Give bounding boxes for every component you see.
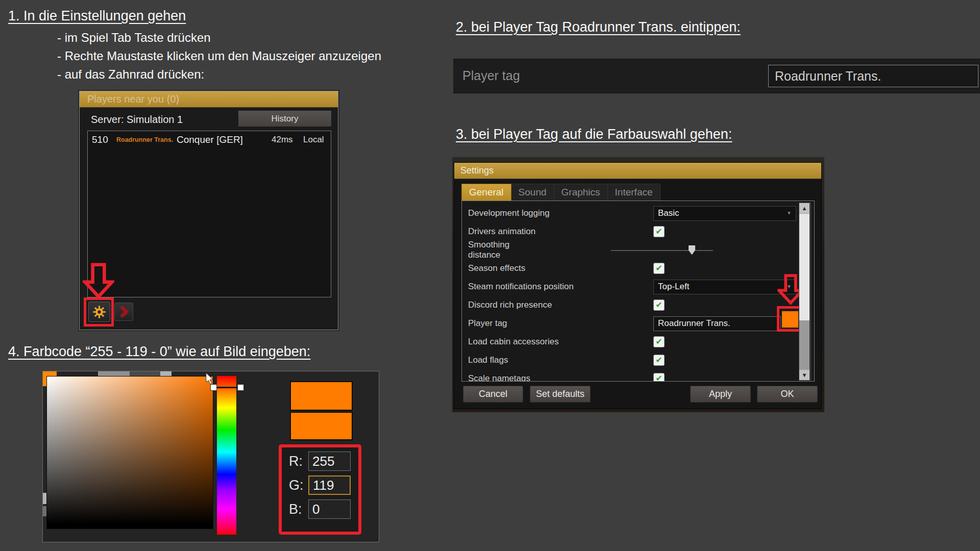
player-tag-label: Player tag <box>462 68 520 83</box>
setting-row-steam-notifications: Steam notifications position Top-Left <box>462 278 814 296</box>
setting-row-smoothing-distance: Smoothing distance <box>462 241 814 259</box>
settings-tabs: General Sound Graphics Interface <box>461 184 660 201</box>
scroll-up-icon[interactable] <box>799 203 810 213</box>
steam-notifications-dropdown[interactable]: Top-Left <box>653 280 796 294</box>
smoothing-distance-slider[interactable] <box>611 245 713 255</box>
settings-dialog: Settings General Sound Graphics Interfac… <box>454 162 822 409</box>
g-input[interactable]: 119 <box>308 475 351 495</box>
history-button[interactable]: History <box>238 111 331 127</box>
setting-label: Steam notifications position <box>468 282 653 292</box>
player-row[interactable]: 510 Roadrunner Trans. Conquer [GER] 42ms… <box>88 131 331 148</box>
cancel-button[interactable]: Cancel <box>463 386 523 403</box>
player-name: Conquer [GER] <box>177 134 272 145</box>
load-cabin-checkbox[interactable] <box>653 336 665 347</box>
server-label: Server: Simulation 1 <box>91 114 183 126</box>
setting-label: Load flags <box>468 355 653 365</box>
players-panel-titlebar[interactable]: Players near you (0) <box>80 91 338 108</box>
setting-row-season-effects: Season effects <box>462 259 814 278</box>
step1-heading: 1. In die Einstellungen gehen <box>8 8 186 24</box>
setting-label: Discord rich presence <box>468 300 653 310</box>
setting-label: Drivers animation <box>468 227 653 237</box>
setting-row-development-logging: Development logging Basic <box>462 204 814 222</box>
color-preview-swatches <box>290 381 353 440</box>
drivers-animation-checkbox[interactable] <box>653 226 665 237</box>
development-logging-dropdown[interactable]: Basic <box>653 206 796 221</box>
setting-row-discord-presence: Discord rich presence <box>462 296 814 314</box>
b-input[interactable]: 0 <box>308 499 351 519</box>
setting-label: Scale nametags <box>468 373 653 382</box>
step2-heading: 2. bei Player Tag Roadrunner Trans. eint… <box>456 19 741 35</box>
setting-row-scale-nametags: Scale nametags <box>462 369 814 382</box>
tab-graphics[interactable]: Graphics <box>554 184 608 201</box>
expand-chevron-button[interactable] <box>114 303 133 321</box>
discord-presence-checkbox[interactable] <box>653 299 665 311</box>
tab-interface[interactable]: Interface <box>608 184 660 201</box>
b-label: B: <box>289 502 308 517</box>
dropdown-value: Top-Left <box>658 282 689 292</box>
rgb-row-g: G: 119 <box>289 475 351 495</box>
step3-heading: 3. bei Player Tag auf die Farbauswahl ge… <box>456 127 732 142</box>
color-picker-panel: R: 255 G: 119 B: 0 <box>42 371 379 542</box>
settings-dialog-title: Settings <box>454 165 494 176</box>
player-location: Local <box>303 135 327 145</box>
player-tag-settings-row: Player tag Roadrunner Trans. <box>453 59 980 93</box>
game-background-strip: Settings General Sound Graphics Interfac… <box>452 157 824 412</box>
g-label: G: <box>289 478 308 493</box>
settings-scrollbar[interactable] <box>799 203 811 381</box>
player-id: 510 <box>92 134 116 145</box>
red-box-annotation-gear <box>84 297 114 327</box>
r-input[interactable]: 255 <box>308 452 351 471</box>
setting-label: Season effects <box>468 263 653 273</box>
player-tag-field[interactable]: Roadrunner Trans. <box>653 316 781 331</box>
players-panel-title: Players near you (0) <box>80 93 179 105</box>
setting-label: Development logging <box>468 208 653 218</box>
tab-sound[interactable]: Sound <box>511 184 554 201</box>
r-label: R: <box>289 454 308 469</box>
ok-button[interactable]: OK <box>757 386 818 403</box>
settings-dialog-buttons: Cancel Set defaults Apply OK <box>454 386 821 402</box>
setting-row-load-flags: Load flags <box>462 351 814 369</box>
player-tag-field-value: Roadrunner Trans. <box>658 318 730 329</box>
slider-track <box>611 250 713 251</box>
player-ping: 42ms <box>272 135 303 145</box>
scroll-down-icon[interactable] <box>799 370 810 380</box>
set-defaults-button[interactable]: Set defaults <box>530 386 591 403</box>
setting-row-load-cabin: Load cabin accessories <box>462 333 814 351</box>
saturation-value-gradient[interactable] <box>46 376 213 529</box>
load-flags-checkbox[interactable] <box>653 355 665 366</box>
setting-label: Load cabin accessories <box>468 337 653 347</box>
current-color-swatch <box>290 412 353 440</box>
scale-nametags-checkbox[interactable] <box>653 373 665 382</box>
step4-heading: 4. Farbcode “255 - 119 - 0” wie auf Bild… <box>8 344 310 360</box>
scrollbar-thumb[interactable] <box>799 214 810 320</box>
season-effects-checkbox[interactable] <box>653 263 665 274</box>
dropdown-value: Basic <box>658 208 679 218</box>
red-box-annotation-rgb: R: 255 G: 119 B: 0 <box>279 444 361 535</box>
slider-handle[interactable] <box>689 245 695 255</box>
step1-bullet-2: - Rechte Maustaste klicken um den Mausze… <box>57 49 381 63</box>
hue-handle-left-grip[interactable] <box>210 384 217 391</box>
step1-bullet-1: - im Spiel Tab Taste drücken <box>57 31 211 45</box>
player-tag-text: Roadrunner Trans. <box>116 136 177 143</box>
hue-slider-handle[interactable] <box>213 387 240 388</box>
new-color-swatch <box>290 381 353 411</box>
step1-bullet-3: - auf das Zahnrad drücken: <box>57 67 204 82</box>
rgb-row-r: R: 255 <box>289 452 351 471</box>
setting-row-drivers-animation: Drivers animation <box>462 222 814 241</box>
players-near-you-panel: Players near you (0) Server: Simulation … <box>79 91 338 330</box>
hue-handle-right-grip[interactable] <box>237 384 244 391</box>
setting-row-player-tag: Player tag Roadrunner Trans. <box>462 314 814 333</box>
player-tag-input[interactable]: Roadrunner Trans. <box>768 65 978 87</box>
setting-label: Player tag <box>468 318 653 329</box>
settings-dialog-titlebar[interactable]: Settings <box>454 163 821 179</box>
tab-general[interactable]: General <box>461 184 511 201</box>
player-list[interactable]: 510 Roadrunner Trans. Conquer [GER] 42ms… <box>87 131 331 297</box>
red-arrow-annotation <box>83 263 114 298</box>
settings-content: Development logging Basic Drivers animat… <box>461 201 815 382</box>
hue-slider-bar[interactable] <box>217 376 236 535</box>
apply-button[interactable]: Apply <box>690 386 751 403</box>
rgb-row-b: B: 0 <box>289 499 351 519</box>
mouse-cursor-icon <box>205 373 214 385</box>
chevron-right-icon <box>119 305 129 318</box>
